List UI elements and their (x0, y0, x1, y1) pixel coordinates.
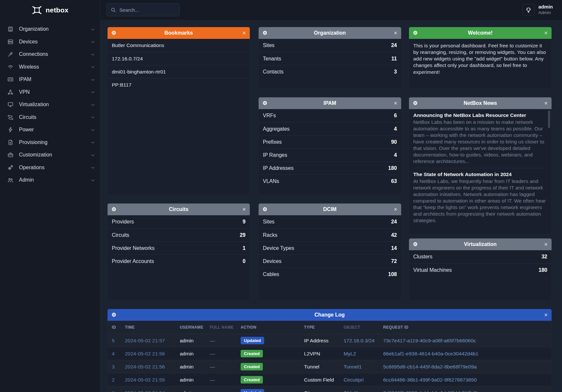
change-object-link[interactable]: Tunnel1 (344, 364, 362, 369)
stat-row-tenants[interactable]: Tenants11 (259, 52, 401, 65)
search-input[interactable] (119, 7, 176, 13)
change-id-link[interactable]: 2 (112, 377, 115, 383)
bookmark-link[interactable]: PP:B117 (108, 78, 250, 91)
column-header-username[interactable]: USERNAME (176, 325, 206, 330)
sidebar-item-customization[interactable]: Customization (0, 149, 100, 161)
change-request-id-link[interactable]: 7d2522f0-7852-4ebb-b1a9-b63bbb71f5d6 (383, 390, 477, 392)
scrollbar-thumb[interactable] (548, 110, 550, 128)
stat-row-clusters[interactable]: Clusters32 (409, 250, 552, 263)
widget-title: IPAM (259, 100, 401, 106)
column-header-id[interactable]: ID (108, 325, 121, 330)
change-time-link[interactable]: 2024-05-02 21:56 (125, 364, 165, 369)
change-object-link[interactable]: Circuitpri (344, 377, 364, 383)
widget-config-icon[interactable]: ⚙ (263, 101, 267, 106)
close-icon[interactable]: × (544, 312, 548, 318)
column-header-request-id[interactable]: REQUEST ID (379, 325, 552, 330)
stat-row-cables[interactable]: Cables108 (259, 268, 401, 281)
sidebar-item-virtualization[interactable]: Virtualization (0, 98, 100, 111)
change-object-link[interactable]: MyL2 (344, 351, 356, 356)
sidebar-item-power[interactable]: Power (0, 123, 100, 136)
sidebar-item-label: Devices (19, 39, 91, 45)
chevron-down-icon (91, 52, 94, 56)
change-object-link[interactable]: 172.16.0.3/24 (344, 338, 375, 343)
sidebar-item-vpn[interactable]: VPN (0, 86, 100, 99)
sidebar-item-wireless[interactable]: Wireless (0, 61, 100, 74)
news-article-title[interactable]: Announcing the NetBox Labs Resource Cent… (413, 112, 546, 118)
stat-row-vlans[interactable]: VLANs63 (259, 174, 401, 188)
change-object-link[interactable]: DM-Akron (344, 390, 366, 392)
theme-toggle-button[interactable] (522, 4, 535, 16)
close-icon[interactable]: × (544, 100, 548, 107)
stat-row-aggregates[interactable]: Aggregates4 (259, 122, 401, 135)
sidebar-item-organization[interactable]: Organization (0, 23, 100, 36)
netbox-logo[interactable]: netbox (0, 0, 100, 20)
close-icon[interactable]: × (544, 30, 548, 37)
column-header-type[interactable]: TYPE (300, 325, 339, 330)
close-icon[interactable]: × (242, 30, 246, 37)
close-icon[interactable]: × (394, 206, 397, 213)
stat-row-prefixes[interactable]: Prefixes90 (259, 135, 401, 148)
stat-row-racks[interactable]: Racks42 (259, 228, 401, 241)
bookmark-link[interactable]: dmi01-binghamton-rtr01 (108, 65, 250, 78)
close-icon[interactable]: × (242, 206, 246, 213)
stat-row-providers[interactable]: Providers9 (108, 215, 250, 228)
widget-config-icon[interactable]: ⚙ (413, 242, 417, 247)
search-box[interactable] (106, 3, 180, 16)
change-request-id-link[interactable]: 6cc84466-36b1-499f-9a02-9f6278873850 (383, 377, 477, 383)
stat-row-contacts[interactable]: Contacts3 (259, 65, 401, 78)
dcim-widget: ⚙ DCIM × Sites24 Racks42 Device Types14 … (258, 203, 401, 301)
sidebar-item-circuits[interactable]: Circuits (0, 111, 100, 124)
changelog-row: 4 2024-05-02 21:56 admin — Created L2VPN… (108, 347, 552, 360)
change-time-link[interactable]: 2024-05-02 21:54 (125, 390, 165, 392)
change-request-id-link[interactable]: 73c7e417-a119-40c9-a08f-a65f7b66060c (383, 338, 476, 343)
sidebar-item-devices[interactable]: Devices (0, 36, 100, 48)
stat-row-circuits[interactable]: Circuits29 (108, 228, 250, 241)
widget-config-icon[interactable]: ⚙ (111, 30, 116, 36)
bookmark-link[interactable]: Butler Communications (108, 39, 250, 52)
change-id-link[interactable]: 1 (112, 390, 115, 392)
sidebar-item-connections[interactable]: Connections (0, 48, 100, 61)
stat-row-virtual-machines[interactable]: Virtual Machines180 (409, 263, 552, 276)
sidebar-item-operations[interactable]: Operations (0, 161, 100, 174)
stat-row-devices[interactable]: Devices72 (259, 254, 401, 268)
change-time-link[interactable]: 2024-05-02 21:57 (125, 338, 165, 343)
column-header-time[interactable]: TIME (121, 325, 176, 330)
user-menu[interactable]: admin Admin (538, 4, 553, 16)
change-request-id-link[interactable]: 66eb1af1-e938-4614-b40a-0ce30442d4b1 (383, 351, 478, 356)
bookmark-link[interactable]: 172.16.0.7/24 (108, 52, 250, 65)
column-header-action[interactable]: ACTION (236, 325, 300, 330)
username: admin (538, 4, 553, 10)
sidebar-item-admin[interactable]: Admin (0, 174, 100, 187)
widget-config-icon[interactable]: ⚙ (413, 30, 417, 36)
change-id-link[interactable]: 3 (112, 364, 115, 369)
widget-config-icon[interactable]: ⚙ (111, 312, 116, 318)
stat-row-ip-addresses[interactable]: IP Addresses180 (259, 161, 401, 174)
stat-row-vrfs[interactable]: VRFs6 (259, 109, 401, 122)
change-time-link[interactable]: 2024-05-02 21:56 (125, 351, 165, 356)
widget-config-icon[interactable]: ⚙ (413, 101, 417, 106)
widget-config-icon[interactable]: ⚙ (111, 207, 116, 212)
news-article-title[interactable]: The State of Network Automation in 2024 (413, 172, 546, 177)
close-icon[interactable]: × (394, 100, 397, 107)
sidebar-item-provisioning[interactable]: Provisioning (0, 136, 100, 149)
close-icon[interactable]: × (394, 30, 397, 37)
chevron-down-icon (91, 103, 94, 106)
stat-row-device-types[interactable]: Device Types14 (259, 241, 401, 254)
change-id-link[interactable]: 5 (112, 338, 115, 343)
stat-row-provider-accounts[interactable]: Provider Accounts0 (108, 254, 250, 268)
stat-row-provider-networks[interactable]: Provider Networks1 (108, 241, 250, 254)
widget-config-icon[interactable]: ⚙ (263, 207, 267, 212)
circuits-icon (7, 114, 14, 121)
change-type: Custom Field (300, 377, 339, 383)
organization-header: ⚙ Organization × (259, 27, 401, 39)
widget-config-icon[interactable]: ⚙ (263, 30, 267, 36)
stat-row-sites[interactable]: Sites24 (259, 215, 401, 228)
sidebar-item-ipam[interactable]: IPAM (0, 73, 100, 86)
change-time-link[interactable]: 2024-05-02 21:55 (125, 377, 165, 383)
change-id-link[interactable]: 4 (112, 351, 115, 356)
stat-row-sites[interactable]: Sites24 (259, 39, 401, 52)
close-icon[interactable]: × (544, 241, 548, 248)
sidebar-item-label: IPAM (19, 76, 91, 82)
stat-row-ip-ranges[interactable]: IP Ranges4 (259, 148, 401, 161)
change-request-id-link[interactable]: 5c6895d6-cb14-445f-8da2-8be68f79e09a (383, 364, 477, 369)
